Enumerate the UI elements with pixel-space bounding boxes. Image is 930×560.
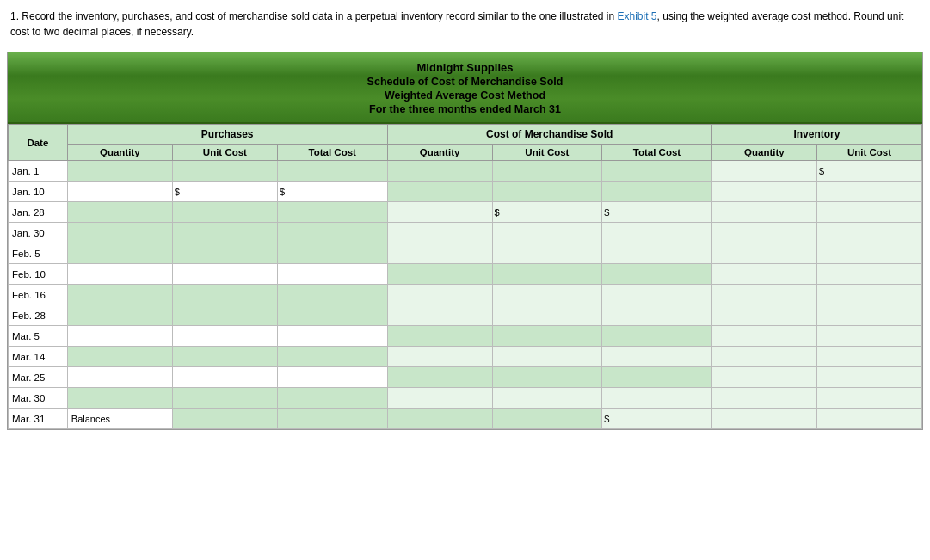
sold-total-input[interactable]	[609, 204, 711, 221]
sold-unit-input[interactable]	[493, 307, 602, 324]
sold-qty-cell[interactable]	[387, 305, 492, 326]
purch-total-cell[interactable]	[277, 264, 387, 285]
inv-qty-input[interactable]	[712, 183, 816, 200]
inv-qty-input[interactable]	[712, 245, 816, 262]
inv-unit-cell[interactable]: $	[816, 161, 921, 182]
inv-qty-input[interactable]	[712, 369, 816, 386]
inv-qty-cell[interactable]	[711, 305, 816, 326]
inv-unit-input[interactable]	[817, 348, 921, 366]
exhibit-link[interactable]: Exhibit 5	[618, 10, 657, 22]
inv-unit-cell[interactable]	[816, 202, 921, 223]
sold-total-input[interactable]	[602, 348, 711, 366]
sold-total-cell[interactable]: $	[602, 202, 712, 223]
inv-unit-input[interactable]	[817, 183, 921, 200]
sold-total-cell[interactable]	[602, 305, 712, 326]
sold-unit-input[interactable]	[493, 245, 602, 262]
purch-qty-cell[interactable]	[67, 264, 172, 285]
purch-unit-input[interactable]	[173, 266, 277, 283]
inv-qty-cell[interactable]	[711, 161, 816, 182]
purch-total-input[interactable]	[278, 266, 387, 283]
purch-total-cell[interactable]: $	[277, 182, 387, 202]
purch-unit-cell[interactable]	[172, 326, 277, 347]
purch-unit-cell[interactable]	[172, 367, 277, 388]
purch-unit-cell[interactable]: $	[172, 182, 277, 202]
inv-qty-input[interactable]	[712, 348, 816, 366]
sold-qty-cell[interactable]	[387, 347, 492, 367]
sold-unit-cell[interactable]	[492, 305, 602, 326]
inv-qty-cell[interactable]	[711, 264, 816, 285]
sold-total-cell[interactable]	[602, 388, 712, 409]
inv-qty-input[interactable]	[712, 307, 816, 324]
inv-unit-input[interactable]	[817, 204, 921, 221]
inv-unit-cell[interactable]	[816, 388, 921, 409]
inv-unit-input[interactable]	[824, 163, 921, 180]
purch-unit-input[interactable]	[173, 369, 277, 386]
purch-total-cell[interactable]	[277, 367, 387, 388]
purch-unit-input[interactable]	[173, 328, 277, 345]
inv-unit-input[interactable]	[817, 245, 921, 262]
sold-total-cell[interactable]	[602, 285, 712, 305]
purch-unit-input[interactable]	[180, 183, 277, 200]
inv-unit-input[interactable]	[817, 225, 921, 242]
inv-qty-cell[interactable]	[711, 347, 816, 367]
sold-unit-input[interactable]	[493, 286, 602, 304]
purch-unit-cell[interactable]	[172, 264, 277, 285]
inv-unit-cell[interactable]	[816, 182, 921, 202]
sold-unit-input[interactable]	[493, 348, 602, 366]
purch-qty-input[interactable]	[68, 328, 172, 345]
inv-unit-cell[interactable]	[816, 243, 921, 264]
inv-unit-input[interactable]	[817, 369, 921, 386]
inv-qty-input[interactable]	[712, 225, 816, 242]
inv-qty-cell[interactable]	[711, 243, 816, 264]
sold-unit-cell[interactable]	[492, 243, 602, 264]
sold-total-input[interactable]	[609, 410, 711, 428]
purch-total-input[interactable]	[278, 328, 387, 345]
sold-total-input[interactable]	[602, 245, 711, 262]
sold-qty-cell[interactable]	[387, 243, 492, 264]
sold-qty-input[interactable]	[388, 286, 492, 304]
purch-qty-cell[interactable]	[67, 326, 172, 347]
sold-qty-input[interactable]	[388, 204, 492, 221]
inv-qty-cell[interactable]	[711, 202, 816, 223]
sold-total-cell[interactable]: $	[602, 409, 712, 429]
inv-qty-input[interactable]	[712, 266, 816, 283]
inv-qty-cell[interactable]	[711, 367, 816, 388]
sold-total-cell[interactable]	[602, 223, 712, 243]
inv-unit-cell[interactable]	[816, 264, 921, 285]
sold-qty-input[interactable]	[388, 245, 492, 262]
sold-total-input[interactable]	[602, 286, 711, 304]
inv-unit-cell[interactable]	[816, 409, 921, 429]
inv-qty-cell[interactable]	[711, 285, 816, 305]
inv-qty-input[interactable]	[712, 410, 816, 428]
sold-qty-input[interactable]	[388, 307, 492, 324]
inv-unit-cell[interactable]	[816, 285, 921, 305]
inv-qty-cell[interactable]	[711, 182, 816, 202]
inv-qty-input[interactable]	[712, 328, 816, 345]
inv-qty-cell[interactable]	[711, 326, 816, 347]
purch-qty-input[interactable]	[68, 369, 172, 386]
inv-unit-input[interactable]	[817, 286, 921, 304]
purch-total-input[interactable]	[278, 369, 387, 386]
sold-unit-cell[interactable]	[492, 223, 602, 243]
inv-qty-cell[interactable]	[711, 223, 816, 243]
sold-unit-cell[interactable]	[492, 285, 602, 305]
sold-qty-cell[interactable]	[387, 202, 492, 223]
purch-total-cell[interactable]	[277, 326, 387, 347]
inv-qty-input[interactable]	[712, 390, 816, 407]
inv-qty-cell[interactable]	[711, 409, 816, 429]
sold-unit-cell[interactable]	[492, 388, 602, 409]
sold-total-input[interactable]	[602, 390, 711, 407]
sold-unit-input[interactable]	[493, 225, 602, 242]
inv-unit-input[interactable]	[817, 328, 921, 345]
inv-unit-input[interactable]	[817, 410, 921, 428]
sold-qty-cell[interactable]	[387, 285, 492, 305]
inv-unit-cell[interactable]	[816, 367, 921, 388]
sold-qty-input[interactable]	[388, 390, 492, 407]
inv-qty-cell[interactable]	[711, 388, 816, 409]
inv-unit-cell[interactable]	[816, 326, 921, 347]
inv-unit-input[interactable]	[817, 390, 921, 407]
inv-qty-input[interactable]	[712, 204, 816, 221]
sold-unit-cell[interactable]	[492, 347, 602, 367]
sold-qty-cell[interactable]	[387, 223, 492, 243]
inv-unit-cell[interactable]	[816, 305, 921, 326]
